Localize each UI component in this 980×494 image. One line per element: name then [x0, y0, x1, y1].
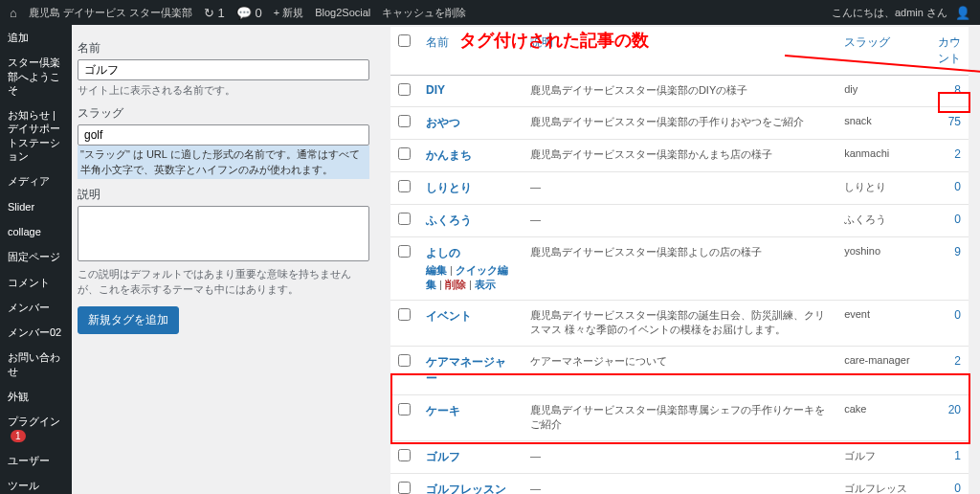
- tag-count[interactable]: 1: [923, 440, 969, 473]
- row-checkbox[interactable]: [398, 213, 411, 225]
- tag-count[interactable]: 0: [923, 301, 969, 347]
- table-row: かんまち鹿児島デイサービススター倶楽部かんまち店の様子kanmachi2: [390, 140, 969, 172]
- tag-desc: 鹿児島デイサービススター倶楽部の手作りおやつをご紹介: [523, 107, 836, 140]
- row-checkbox[interactable]: [398, 245, 411, 258]
- tag-desc: —: [523, 440, 836, 473]
- row-checkbox[interactable]: [398, 354, 411, 367]
- plugin-update-badge: 1: [11, 430, 26, 442]
- home-icon[interactable]: ⌂: [10, 6, 17, 20]
- tag-desc: —: [523, 473, 836, 494]
- tag-desc: 鹿児島デイサービススター倶楽部のDIYの様子: [523, 76, 836, 107]
- sidebar-item[interactable]: メンバー02: [0, 320, 72, 345]
- avatar-icon[interactable]: 👤: [955, 6, 970, 20]
- tag-slug: snack: [836, 107, 923, 140]
- row-checkbox[interactable]: [398, 403, 411, 415]
- row-checkbox[interactable]: [398, 308, 411, 321]
- tag-name-link[interactable]: かんまち: [426, 148, 472, 162]
- tag-count[interactable]: 0: [923, 172, 969, 205]
- tag-count[interactable]: 0: [923, 205, 969, 237]
- sidebar-item[interactable]: 外観: [0, 384, 72, 409]
- sidebar-item[interactable]: コメント: [0, 270, 72, 295]
- desc-input[interactable]: [78, 206, 369, 261]
- updates-icon[interactable]: ↻ 1: [204, 6, 225, 20]
- name-hint: サイト上に表示される名前です。: [78, 83, 369, 98]
- slug-input[interactable]: [78, 124, 369, 146]
- tag-slug: care-manager: [836, 346, 923, 394]
- row-checkbox[interactable]: [398, 449, 411, 461]
- row-checkbox[interactable]: [398, 482, 411, 494]
- tag-desc: 鹿児島デイサービススター倶楽部よしの店の様子: [523, 237, 836, 301]
- tag-count[interactable]: 2: [923, 346, 969, 394]
- tag-slug: cake: [836, 394, 923, 440]
- tag-name-link[interactable]: しりとり: [426, 181, 472, 194]
- tag-name-link[interactable]: ゴルフ: [426, 450, 460, 463]
- table-row: ケアマネージャーケアーマネージャーについてcare-manager2: [390, 346, 969, 394]
- name-label: 名前: [78, 40, 369, 56]
- table-row: しりとり—しりとり0: [390, 172, 969, 205]
- delete-link[interactable]: 削除: [445, 279, 466, 290]
- sidebar-item[interactable]: 追加: [0, 25, 72, 50]
- tag-table: 名前 説明 スラッグ カウント DIY鹿児島デイサービススター倶楽部のDIYの様…: [390, 27, 969, 494]
- row-checkbox[interactable]: [398, 115, 411, 127]
- sidebar-item[interactable]: 固定ページ: [0, 244, 72, 269]
- tag-list-panel: タグ付けされた記事の数 名前 説明 スラッグ カウント DIY鹿児島デイサ: [383, 25, 980, 494]
- tag-name-link[interactable]: イベント: [426, 309, 472, 323]
- sidebar-item[interactable]: お知らせ | デイサポートステーション: [0, 102, 72, 168]
- tag-count[interactable]: 8: [923, 76, 969, 107]
- table-row: よしの編集 | クイック編集 | 削除 | 表示鹿児島デイサービススター倶楽部よ…: [390, 237, 969, 301]
- row-checkbox[interactable]: [398, 83, 411, 96]
- table-row: ゴルフ—ゴルフ1: [390, 440, 969, 473]
- col-desc[interactable]: 説明: [523, 27, 836, 76]
- blog2social-link[interactable]: Blog2Social: [315, 7, 370, 18]
- clear-cache-link[interactable]: キャッシュを削除: [382, 6, 466, 20]
- site-title[interactable]: 鹿児島 デイサービス スター倶楽部: [29, 6, 192, 20]
- tag-slug: diy: [836, 76, 923, 107]
- tag-slug: event: [836, 301, 923, 347]
- sidebar-item[interactable]: Slider: [0, 194, 72, 219]
- col-name[interactable]: 名前: [418, 27, 523, 76]
- admin-sidebar: 追加スター倶楽部へようこそお知らせ | デイサポートステーションメディアSlid…: [0, 25, 72, 494]
- row-checkbox[interactable]: [398, 180, 411, 192]
- table-row: ケーキ鹿児島デイサービススター倶楽部専属シェフの手作りケーキをご紹介cake20: [390, 394, 969, 440]
- sidebar-item[interactable]: プラグイン1: [0, 409, 72, 448]
- sidebar-item[interactable]: メディア: [0, 168, 72, 193]
- tag-name-link[interactable]: おやつ: [426, 116, 460, 129]
- add-tag-button[interactable]: 新規タグを追加: [78, 306, 179, 334]
- table-row: ふくろう—ふくろう0: [390, 205, 969, 237]
- view-link[interactable]: 表示: [475, 279, 496, 290]
- sidebar-item[interactable]: collage: [0, 219, 72, 244]
- tag-name-link[interactable]: ふくろう: [426, 213, 472, 227]
- tag-count[interactable]: 2: [923, 140, 969, 172]
- tag-count[interactable]: 0: [923, 473, 969, 494]
- tag-slug: kanmachi: [836, 140, 923, 172]
- tag-desc: 鹿児島デイサービススター倶楽部の誕生日会、防災訓練、クリスマス 様々な季節のイベ…: [523, 301, 836, 347]
- comments-icon[interactable]: 💬 0: [236, 6, 262, 20]
- tag-count[interactable]: 9: [923, 237, 969, 301]
- greeting[interactable]: こんにちは、admin さん: [832, 6, 947, 20]
- tag-slug: yoshino: [836, 237, 923, 301]
- sidebar-item[interactable]: スター倶楽部へようこそ: [0, 50, 72, 102]
- sidebar-item[interactable]: メンバー: [0, 295, 72, 320]
- tag-slug: ふくろう: [836, 205, 923, 237]
- sidebar-item[interactable]: ツール: [0, 473, 72, 494]
- tag-slug: しりとり: [836, 172, 923, 205]
- col-slug[interactable]: スラッグ: [836, 27, 923, 76]
- select-all-checkbox[interactable]: [398, 34, 411, 47]
- tag-slug: ゴルフレッスン: [836, 473, 923, 494]
- tag-name-link[interactable]: ケーキ: [426, 404, 460, 417]
- table-row: ゴルフレッスン—ゴルフレッスン0: [390, 473, 969, 494]
- row-checkbox[interactable]: [398, 147, 411, 160]
- sidebar-item[interactable]: お問い合わせ: [0, 345, 72, 384]
- sidebar-item[interactable]: ユーザー: [0, 448, 72, 473]
- edit-link[interactable]: 編集: [426, 264, 447, 276]
- tag-name-link[interactable]: ゴルフレッスン: [426, 483, 506, 494]
- col-count[interactable]: カウント: [923, 27, 969, 76]
- new-content[interactable]: + 新規: [274, 6, 303, 20]
- name-input[interactable]: [78, 59, 369, 80]
- tag-name-link[interactable]: ケアマネージャー: [426, 355, 506, 385]
- tag-name-link[interactable]: よしの: [426, 246, 460, 259]
- tag-count[interactable]: 75: [923, 107, 969, 140]
- tag-name-link[interactable]: DIY: [426, 83, 445, 97]
- table-row: おやつ鹿児島デイサービススター倶楽部の手作りおやつをご紹介snack75: [390, 107, 969, 140]
- tag-count[interactable]: 20: [923, 394, 969, 440]
